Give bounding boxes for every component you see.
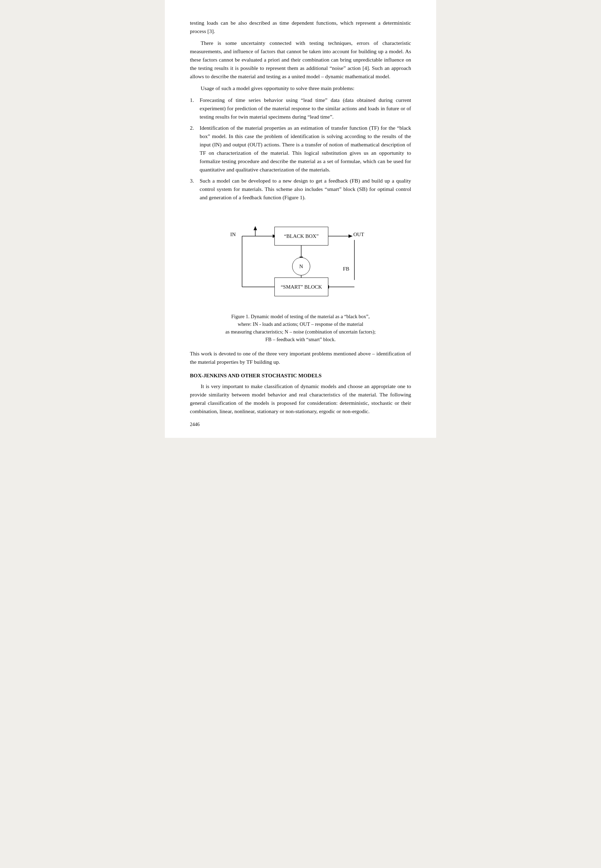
list-body-2: Identification of the material propertie…	[200, 124, 411, 174]
problem-list: 1. Forecasting of time series behavior u…	[190, 96, 411, 202]
figure-caption: Figure 1. Dynamic model of testing of th…	[225, 313, 376, 343]
list-body-3: Such a model can be developed to a new d…	[200, 177, 411, 202]
fb-label: FB	[343, 266, 349, 272]
diagram: “BLACK BOX” “SMART” BLOCK N IN OUT FB	[221, 212, 380, 309]
caption-line-2: where: IN - loads and actions; OUT – res…	[225, 321, 376, 328]
list-item-1: 1. Forecasting of time series behavior u…	[190, 96, 411, 121]
black-box-label: “BLACK BOX”	[284, 233, 319, 239]
svg-marker-5	[348, 235, 353, 238]
smart-block-label: “SMART” BLOCK	[281, 284, 322, 290]
caption-line-3: as measuring characteristics; N – noise …	[225, 328, 376, 336]
intro-para-1: testing loads can be also described as t…	[190, 19, 411, 35]
figure-area: “BLACK BOX” “SMART” BLOCK N IN OUT FB Fi…	[190, 212, 411, 343]
out-label: OUT	[353, 231, 364, 238]
n-label: N	[299, 263, 303, 270]
caption-line-1: Figure 1. Dynamic model of testing of th…	[225, 313, 376, 321]
caption-line-4: FB – feedback with “smart” block.	[225, 336, 376, 344]
list-num-2: 2.	[190, 124, 200, 132]
section-heading: BOX-JENKINS AND OTHER STOCHASTIC MODELS	[190, 372, 411, 379]
n-circle: N	[292, 257, 310, 276]
intro-para-2: There is some uncertainty connected with…	[190, 39, 411, 81]
in-label: IN	[230, 231, 236, 238]
list-body-1: Forecasting of time series behavior usin…	[200, 96, 411, 121]
page-number: 2446	[190, 422, 200, 427]
list-item-3: 3. Such a model can be developed to a ne…	[190, 177, 411, 202]
page: testing loads can be also described as t…	[165, 0, 436, 438]
list-item-2: 2. Identification of the material proper…	[190, 124, 411, 174]
intro-para-3: Usage of such a model gives opportunity …	[190, 84, 411, 93]
list-num-3: 3.	[190, 177, 200, 185]
section2-intro: It is very important to make classificat…	[190, 382, 411, 416]
black-box-rect: “BLACK BOX”	[275, 227, 328, 245]
svg-marker-3	[253, 226, 257, 230]
smart-block-rect: “SMART” BLOCK	[275, 277, 328, 296]
devote-para: This work is devoted to one of the three…	[190, 349, 411, 366]
list-num-1: 1.	[190, 96, 200, 104]
